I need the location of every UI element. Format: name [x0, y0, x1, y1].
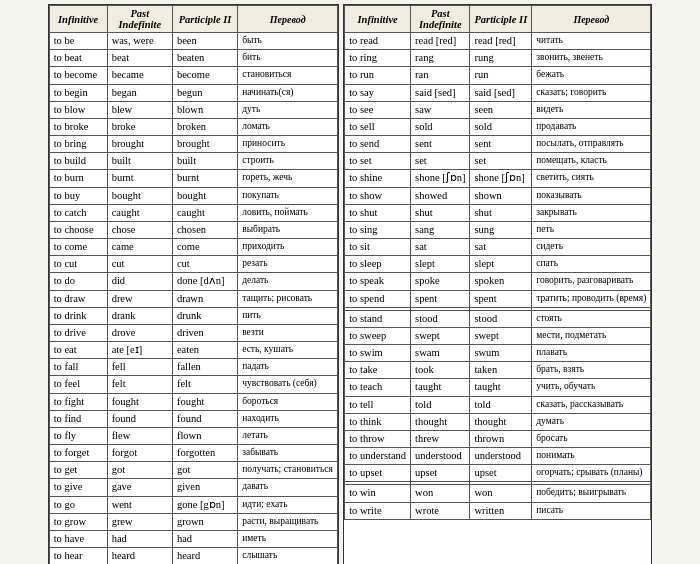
table-cell: to speak [345, 273, 411, 290]
table-row: to setsetsetпомещать, класть [345, 153, 651, 170]
table-cell: bought [107, 187, 172, 204]
table-cell: rung [470, 50, 532, 67]
table-cell: swept [470, 327, 532, 344]
header-participle-2: Participle II [470, 6, 532, 33]
table-cell: видеть [532, 101, 651, 118]
table-row: to taketooktakenбрать, взять [345, 362, 651, 379]
table-cell: spoken [470, 273, 532, 290]
table-cell: иметь [238, 530, 338, 547]
table-cell: to shine [345, 170, 411, 187]
table-row: to catchcaughtcaughtловить, поймать [49, 204, 338, 221]
table-cell: upset [411, 465, 470, 482]
table-cell: находить [238, 410, 338, 427]
table-cell: to give [49, 479, 107, 496]
table-row: to havehadhadиметь [49, 530, 338, 547]
table-cell: to win [345, 485, 411, 502]
table-cell: учить, обучать [532, 379, 651, 396]
table-cell: felt [107, 376, 172, 393]
table-cell: to sit [345, 239, 411, 256]
table-cell: began [107, 84, 172, 101]
table-cell: ловить, поймать [238, 204, 338, 221]
table-cell: saw [411, 101, 470, 118]
table-row: to shutshutshutзакрывать [345, 204, 651, 221]
table-cell: to bring [49, 136, 107, 153]
table-row: to findfoundfoundнаходить [49, 410, 338, 427]
table-row: to runranrunбежать [345, 67, 651, 84]
table-cell: been [172, 33, 237, 50]
table-cell: to be [49, 33, 107, 50]
table-cell: thrown [470, 430, 532, 447]
header-past-2: PastIndefinite [411, 6, 470, 33]
table-row: to drivedrovedrivenвезти [49, 324, 338, 341]
table-cell: cut [107, 256, 172, 273]
table-cell: to read [345, 33, 411, 50]
table-cell: стоять [532, 310, 651, 327]
table-row: to choosechosechosenвыбирать [49, 221, 338, 238]
table-cell: felt [172, 376, 237, 393]
table-row: to speakspokespokenговорить, разговарива… [345, 273, 651, 290]
table-cell: got [172, 462, 237, 479]
table-cell: закрывать [532, 204, 651, 221]
table-cell: становиться [238, 67, 338, 84]
table-cell: to sing [345, 221, 411, 238]
table-cell: быть [238, 33, 338, 50]
table-cell: помещать, класть [532, 153, 651, 170]
table-cell: won [411, 485, 470, 502]
table-cell: shone [ʃɒn] [470, 170, 532, 187]
table-cell: to think [345, 413, 411, 430]
table-cell: run [470, 67, 532, 84]
table-row: to spendspentspentтратить; проводить (вр… [345, 290, 651, 307]
table-cell: fallen [172, 359, 237, 376]
table-cell: забывать [238, 445, 338, 462]
table-cell: to run [345, 67, 411, 84]
table-cell: blew [107, 101, 172, 118]
table-cell: читать [532, 33, 651, 50]
table-cell: rang [411, 50, 470, 67]
table-cell: brought [107, 136, 172, 153]
table-cell: thought [470, 413, 532, 430]
table-row: to shineshone [ʃɒn]shone [ʃɒn]светить, с… [345, 170, 651, 187]
table-cell: спать [532, 256, 651, 273]
table-cell: мести, подметать [532, 327, 651, 344]
table-cell: to become [49, 67, 107, 84]
table-cell: told [470, 396, 532, 413]
table-cell: burnt [107, 170, 172, 187]
table-cell: сказать; говорить [532, 84, 651, 101]
table-cell: ran [411, 67, 470, 84]
table-row: to sitsatsatсидеть [345, 239, 651, 256]
table-cell: to do [49, 273, 107, 290]
table-cell: heard [107, 548, 172, 564]
table-cell: flown [172, 427, 237, 444]
table-row: to understandunderstoodunderstoodпонимат… [345, 448, 651, 465]
table-cell: to drink [49, 307, 107, 324]
table-cell: set [470, 153, 532, 170]
table-cell: sent [470, 136, 532, 153]
table-cell: flew [107, 427, 172, 444]
table-row: to saysaid [sed]said [sed]сказать; говор… [345, 84, 651, 101]
table-cell: победить; выигрывать [532, 485, 651, 502]
table-left: Infinitive PastIndefinite Participle II … [48, 4, 340, 564]
table-cell: получать; становиться [238, 462, 338, 479]
table-cell: gone [gɒn] [172, 496, 237, 513]
table-cell: showed [411, 187, 470, 204]
table-row: to ringrangrungзвонить, звенеть [345, 50, 651, 67]
table-cell: wrote [411, 502, 470, 519]
table-cell: found [172, 410, 237, 427]
table-row: to sellsoldsoldпродавать [345, 118, 651, 135]
table-cell: sold [470, 118, 532, 135]
table-cell: swam [411, 345, 470, 362]
table-cell: to understand [345, 448, 411, 465]
header-infinitive-2: Infinitive [345, 6, 411, 33]
table-row: to winwonwonпобедить; выигрывать [345, 485, 651, 502]
table-cell: written [470, 502, 532, 519]
table-cell: sat [411, 239, 470, 256]
table-cell: показывать [532, 187, 651, 204]
table-row: to becomebecamebecomeстановиться [49, 67, 338, 84]
table-cell: плавать [532, 345, 651, 362]
header-translation-1: Перевод [238, 6, 338, 33]
table-cell: to upset [345, 465, 411, 482]
table-cell: to fly [49, 427, 107, 444]
table-cell: slept [411, 256, 470, 273]
table-cell: understood [470, 448, 532, 465]
table-cell: ломать [238, 118, 338, 135]
